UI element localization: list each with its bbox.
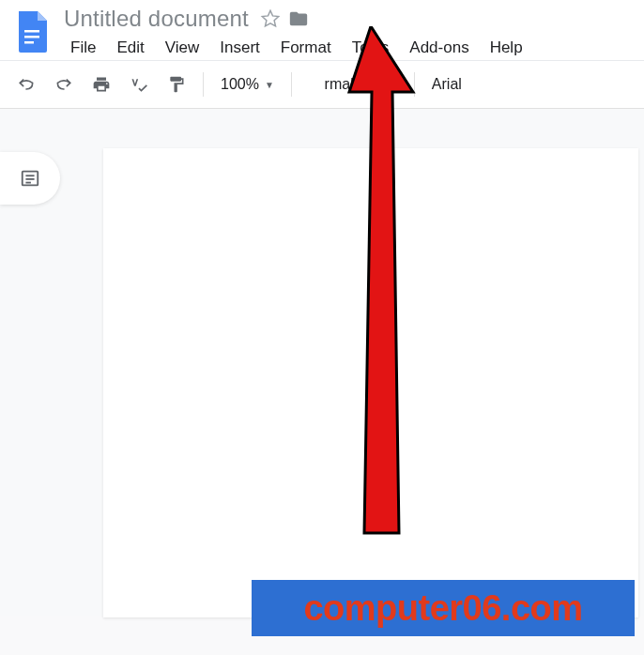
canvas-area — [0, 109, 644, 616]
spellcheck-button[interactable] — [122, 68, 156, 101]
menu-addons[interactable]: Add-ons — [399, 35, 479, 61]
zoom-dropdown[interactable]: 100% ▼ — [213, 68, 282, 101]
svg-rect-2 — [24, 41, 34, 44]
toolbar-divider — [414, 72, 415, 97]
toolbar-divider — [203, 72, 204, 97]
watermark-text: computer06.com — [303, 588, 582, 629]
menu-edit[interactable]: Edit — [106, 35, 154, 61]
title-zone: Untitled document File Edit View Insert … — [56, 6, 644, 62]
menubar: File Edit View Insert Format Tools Add-o… — [60, 34, 644, 62]
redo-button[interactable] — [47, 68, 81, 101]
star-icon[interactable] — [260, 8, 281, 29]
print-button[interactable] — [84, 68, 118, 101]
style-value: rmal text — [325, 76, 382, 93]
menu-file[interactable]: File — [60, 35, 106, 61]
app-header: Untitled document File Edit View Insert … — [0, 0, 644, 60]
document-title-input[interactable]: Untitled document — [60, 6, 253, 32]
chevron-down-icon: ▼ — [388, 80, 397, 90]
style-dropdown[interactable]: rmal text ▼ — [301, 68, 405, 101]
move-folder-icon[interactable] — [288, 8, 309, 29]
svg-rect-0 — [24, 30, 39, 33]
undo-button[interactable] — [9, 68, 43, 101]
paint-format-button[interactable] — [160, 68, 193, 101]
zoom-value: 100% — [221, 76, 259, 93]
toolbar: 100% ▼ rmal text ▼ Arial — [0, 60, 644, 109]
docs-logo[interactable] — [8, 8, 56, 56]
document-page[interactable] — [103, 148, 638, 617]
toolbar-divider — [291, 72, 292, 97]
watermark-banner: computer06.com — [252, 580, 635, 636]
outline-toggle-button[interactable] — [0, 152, 60, 205]
font-dropdown[interactable]: Arial — [424, 68, 469, 101]
menu-tools[interactable]: Tools — [342, 35, 400, 61]
chevron-down-icon: ▼ — [265, 80, 274, 90]
font-value: Arial — [432, 76, 462, 93]
menu-view[interactable]: View — [155, 35, 210, 61]
svg-rect-1 — [24, 36, 39, 38]
menu-insert[interactable]: Insert — [209, 35, 270, 61]
menu-format[interactable]: Format — [270, 35, 342, 61]
menu-help[interactable]: Help — [480, 35, 533, 61]
